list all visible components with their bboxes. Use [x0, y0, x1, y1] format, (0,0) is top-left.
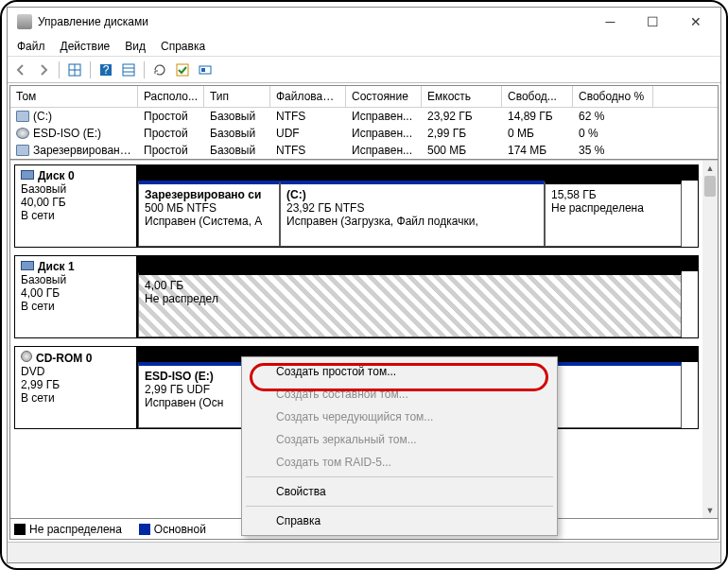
- volume-header-row: Том Располо... Тип Файловая с... Состоян…: [10, 86, 718, 108]
- tool-list-icon[interactable]: [119, 60, 138, 79]
- legend-unallocated: Не распределена: [14, 523, 122, 536]
- volume-list: Том Располо... Тип Файловая с... Состоян…: [10, 86, 718, 160]
- context-menu-item[interactable]: Создать простой том...: [244, 360, 555, 383]
- check-icon[interactable]: [173, 60, 192, 79]
- help-icon[interactable]: ?: [96, 60, 115, 79]
- svg-text:?: ?: [103, 63, 110, 77]
- tool-disk-icon[interactable]: [196, 60, 215, 79]
- menu-file[interactable]: Файл: [9, 38, 53, 55]
- minimize-button[interactable]: ─: [589, 9, 632, 35]
- col-fs[interactable]: Файловая с...: [270, 86, 346, 107]
- cd-icon: [21, 351, 32, 362]
- refresh-icon[interactable]: [150, 60, 169, 79]
- context-menu: Создать простой том...Создать составной …: [241, 356, 558, 536]
- scroll-thumb[interactable]: [704, 176, 716, 197]
- partition[interactable]: 4,00 ГБНе распредел: [138, 271, 682, 337]
- svg-rect-5: [123, 64, 134, 76]
- drive-icon: [21, 261, 34, 270]
- col-pct[interactable]: Свободно %: [573, 86, 653, 107]
- maximize-button[interactable]: ☐: [632, 9, 674, 35]
- window-title: Управление дисками: [38, 15, 589, 28]
- col-type[interactable]: Тип: [204, 86, 270, 107]
- app-icon: [17, 14, 32, 29]
- menu-help[interactable]: Справка: [153, 38, 213, 55]
- partition[interactable]: Зарезервировано си500 МБ NTFSИсправен (С…: [138, 181, 280, 247]
- disk-info[interactable]: CD-ROM 0DVD2,99 ГБВ сети: [14, 346, 137, 429]
- col-volume[interactable]: Том: [10, 86, 138, 107]
- volume-row[interactable]: (C:)ПростойБазовыйNTFSИсправен...23,92 Г…: [10, 108, 718, 125]
- partition-container: Зарезервировано си500 МБ NTFSИсправен (С…: [137, 180, 699, 248]
- disk-header-bar: [137, 164, 699, 180]
- volume-row[interactable]: Зарезервировано...ПростойБазовыйNTFSИспр…: [10, 142, 718, 159]
- disk-header-bar: [137, 255, 699, 270]
- partition-container: 4,00 ГБНе распредел: [137, 270, 699, 338]
- partition[interactable]: (C:)23,92 ГБ NTFSИсправен (Загрузка, Фай…: [280, 181, 545, 247]
- context-menu-separator: [246, 476, 553, 477]
- drive-icon: [16, 145, 29, 156]
- volume-row[interactable]: ESD-ISO (E:)ПростойБазовыйUDFИсправен...…: [10, 125, 718, 142]
- disk-info[interactable]: Диск 1Базовый4,00 ГБВ сети: [14, 255, 137, 338]
- tool-grid-icon[interactable]: [65, 60, 84, 79]
- close-button[interactable]: ✕: [674, 9, 717, 35]
- context-menu-item: Создать составной том...: [244, 383, 555, 406]
- partition[interactable]: 15,58 ГБНе распределена: [545, 181, 682, 247]
- col-layout[interactable]: Располо...: [138, 86, 204, 107]
- disk-row: Диск 1Базовый4,00 ГБВ сети4,00 ГБНе расп…: [14, 255, 699, 338]
- context-menu-item: Создать зеркальный том...: [244, 428, 555, 451]
- col-state[interactable]: Состояние: [346, 86, 422, 107]
- menu-action[interactable]: Действие: [53, 38, 118, 55]
- status-bar: [8, 542, 720, 562]
- disk-info[interactable]: Диск 0Базовый40,00 ГБВ сети: [14, 164, 137, 248]
- scroll-down-icon[interactable]: ▼: [702, 503, 718, 518]
- scrollbar[interactable]: ▲ ▼: [702, 161, 718, 518]
- context-menu-item[interactable]: Справка: [244, 510, 555, 532]
- cd-icon: [16, 128, 29, 139]
- col-capacity[interactable]: Емкость: [422, 86, 502, 107]
- disk-row: Диск 0Базовый40,00 ГБВ сетиЗарезервирова…: [14, 164, 699, 248]
- scroll-up-icon[interactable]: ▲: [702, 161, 718, 176]
- svg-rect-10: [201, 68, 205, 72]
- context-menu-item: Создать чередующийся том...: [244, 406, 555, 428]
- context-menu-item[interactable]: Свойства: [244, 480, 555, 503]
- col-free[interactable]: Свобод...: [502, 86, 573, 107]
- back-button[interactable]: [11, 60, 30, 79]
- legend-primary: Основной: [139, 523, 206, 536]
- forward-button[interactable]: [34, 60, 53, 79]
- context-menu-item: Создать том RAID-5...: [244, 451, 555, 474]
- drive-icon: [16, 111, 29, 122]
- drive-icon: [21, 170, 34, 180]
- menu-bar: Файл Действие Вид Справка: [8, 36, 720, 57]
- toolbar: ?: [8, 57, 720, 83]
- title-bar: Управление дисками ─ ☐ ✕: [8, 8, 720, 36]
- context-menu-separator: [246, 506, 553, 507]
- svg-rect-8: [177, 64, 188, 76]
- menu-view[interactable]: Вид: [117, 38, 153, 55]
